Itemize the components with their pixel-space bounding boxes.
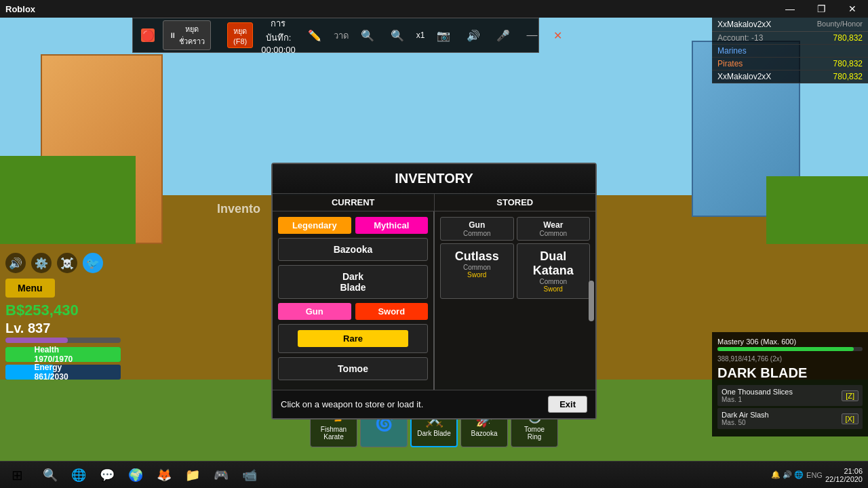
stored-cutlass-main: Cutlass — [443, 249, 511, 264]
account-label: Account: -13 — [717, 33, 763, 43]
volume-icon[interactable]: 🔊 — [462, 28, 484, 43]
mastery-bar-fill — [717, 347, 854, 351]
lang-indicator[interactable]: ENG — [806, 471, 823, 479]
app-obs[interactable]: 📹 — [236, 463, 263, 487]
hud-icon-row: 🔊 ⚙️ ☠️ 🐦 — [5, 253, 121, 273]
taskbar-sys-icons[interactable]: 🔔 🔊 🌐 — [771, 470, 804, 479]
stored-column-header: STORED — [435, 194, 596, 211]
clock-date: 22/12/2020 — [825, 475, 863, 483]
recording-bar: 🔴 ⏸ หยุดชั่วคราว หยุด (F8) การบันทึก: 00… — [132, 18, 539, 53]
move2-row: Dark Air Slash Mas. 50 [X] — [717, 408, 863, 429]
file-explorer[interactable]: 📁 — [179, 463, 206, 487]
pause-icon: ⏸ — [169, 31, 176, 39]
app-roblox-taskbar[interactable]: 🎮 — [208, 463, 235, 487]
gun-filter-button[interactable]: Gun — [278, 303, 351, 320]
dark-blade-item[interactable]: DarkBlade — [278, 265, 428, 299]
inventory-footer: Click on a weapon to store or load it. E… — [273, 390, 595, 418]
stored-dualkatana-item[interactable]: DualKatana Common Sword — [517, 243, 591, 299]
slot4-label: Bazooka — [471, 430, 498, 437]
player-value: 780,832 — [833, 33, 863, 43]
account-row: Account: -13 780,832 — [712, 32, 868, 45]
rec-close-button[interactable]: ✕ — [549, 28, 566, 43]
stored-dualkatana-sub: Common — [520, 278, 587, 285]
browser-firefox[interactable]: 🦊 — [151, 463, 178, 487]
skull-icon[interactable]: ☠️ — [57, 253, 77, 273]
search-app[interactable]: 🔍 — [37, 463, 64, 487]
minimize-button[interactable]: — — [774, 0, 806, 18]
exp-bar — [5, 338, 68, 343]
player-header: XxMakalov2xX Bounty/Honor — [712, 18, 868, 32]
zoom-level: x1 — [416, 30, 425, 40]
stored-dualkatana-type: Sword — [520, 285, 587, 293]
browser-chrome[interactable]: 🌍 — [122, 463, 149, 487]
pause-button[interactable]: ⏸ หยุดชั่วคราว — [163, 20, 211, 50]
draw-icon[interactable]: ✏️ — [304, 28, 326, 43]
mic-icon[interactable]: 🎤 — [492, 28, 514, 43]
inventory-panel: INVENTORY CURRENT STORED Legendary Mythi… — [271, 163, 597, 420]
energy-text: Energy 861/2030 — [35, 363, 92, 382]
move1-row: One Thousand Slices Mas. 1 [Z] — [717, 385, 863, 406]
maximize-button[interactable]: ❐ — [806, 0, 837, 18]
move1-mastery: Mas. 1 — [722, 396, 793, 403]
inventory-body: Legendary Mythical Bazooka DarkBlade Gun… — [273, 211, 595, 390]
legendary-filter-button[interactable]: Legendary — [278, 217, 351, 234]
pirates-value: 780,832 — [833, 59, 863, 68]
energy-bar-container: Energy 861/2030 — [5, 365, 121, 380]
rare-item[interactable]: Rare — [278, 324, 428, 353]
rare-filter-button[interactable]: Rare — [298, 330, 408, 347]
browser-ie[interactable]: 🌐 — [65, 463, 92, 487]
current-items-panel: Legendary Mythical Bazooka DarkBlade Gun… — [273, 211, 435, 390]
move1-name: One Thousand Slices — [722, 388, 793, 396]
draw-label: วาด — [334, 28, 349, 43]
taskbar-apps: 🔍 🌐 💬 🌍 🦊 📁 🎮 📹 — [34, 463, 266, 487]
window-title-bar: Roblox — ❐ ✕ — [0, 0, 868, 18]
close-button[interactable]: ✕ — [837, 0, 868, 18]
zoom-in-icon[interactable]: 🔍 — [357, 28, 378, 43]
sound-icon[interactable]: 🔊 — [5, 253, 26, 273]
slot3-label: Dark Blade — [417, 430, 450, 437]
tomoe-item[interactable]: Tomoe — [278, 357, 428, 380]
stored-dualkatana-main: DualKatana — [520, 249, 587, 278]
inventory-columns: CURRENT STORED — [273, 194, 595, 211]
scroll-indicator[interactable] — [589, 281, 594, 321]
rec-minimize-button[interactable]: — — [522, 28, 541, 43]
zoom-out-icon[interactable]: 🔍 — [387, 28, 408, 43]
mastery-sub: 388,918/414,766 (2x) — [717, 355, 863, 363]
stored-wear-sub: Common — [520, 230, 587, 237]
start-button[interactable]: ⊞ — [0, 462, 34, 488]
bazooka-item[interactable]: Bazooka — [278, 238, 428, 261]
mythical-filter-button[interactable]: Mythical — [355, 217, 429, 234]
stored-wear-item[interactable]: Wear Common — [517, 217, 591, 241]
inventory-hint: Click on a weapon to store or load it. — [281, 399, 423, 409]
slot5-label: TomoeRing — [524, 426, 545, 441]
dark-blade-name: DarkBlade — [284, 271, 422, 293]
sword-filter-button[interactable]: Sword — [355, 303, 429, 320]
stored-gun-label: Gun — [443, 220, 511, 230]
mastery-text: Mastery 306 (Max. 600) — [717, 338, 863, 346]
category-row-2: Gun Sword — [278, 303, 428, 320]
settings-icon[interactable]: ⚙️ — [31, 253, 52, 273]
health-bar-container: Health 1970/1970 — [5, 347, 121, 362]
taskbar-clock: 21:06 22/12/2020 — [825, 467, 863, 483]
twitter-icon[interactable]: 🐦 — [83, 253, 103, 273]
inventory-bg-label: Invento — [217, 202, 260, 216]
menu-button[interactable]: Menu — [5, 279, 55, 298]
pirates-row: Pirates 780,832 — [712, 58, 868, 70]
exit-button[interactable]: Exit — [548, 396, 587, 413]
stored-wear-label: Wear — [520, 220, 587, 230]
health-text: Health 1970/1970 — [35, 345, 92, 364]
self-value: 780,832 — [833, 72, 863, 81]
bazooka-name: Bazooka — [284, 244, 422, 255]
stored-cutlass-item[interactable]: Cutlass Common Sword — [440, 243, 514, 299]
window-title: Roblox — [5, 4, 35, 14]
record-icon: 🔴 — [141, 28, 155, 42]
stop-button[interactable]: หยุด (F8) — [227, 22, 253, 48]
recording-timer: การบันทึก: 00:00:00 — [261, 16, 296, 55]
move1-key: [Z] — [842, 390, 859, 401]
slot1-label: FishmanKarate — [321, 426, 347, 441]
stored-gun-item[interactable]: Gun Common — [440, 217, 514, 241]
app-line[interactable]: 💬 — [94, 463, 121, 487]
tomoe-name: Tomoe — [284, 363, 422, 374]
camera-icon[interactable]: 📷 — [433, 28, 454, 43]
taskbar-right: 🔔 🔊 🌐 ENG 21:06 22/12/2020 — [766, 462, 868, 488]
